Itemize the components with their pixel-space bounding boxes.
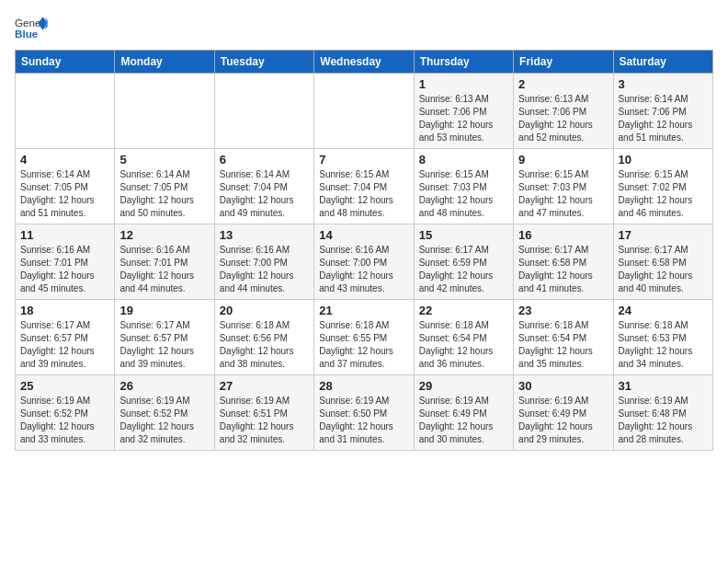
day-info: Sunrise: 6:19 AM Sunset: 6:49 PM Dayligh…: [419, 395, 508, 446]
day-info: Sunrise: 6:13 AM Sunset: 7:06 PM Dayligh…: [419, 93, 508, 144]
calendar-cell: 12Sunrise: 6:16 AM Sunset: 7:01 PM Dayli…: [115, 224, 214, 300]
calendar-cell: 23Sunrise: 6:18 AM Sunset: 6:54 PM Dayli…: [514, 300, 613, 375]
calendar-cell: 28Sunrise: 6:19 AM Sunset: 6:50 PM Dayli…: [314, 375, 414, 451]
calendar-cell: 18Sunrise: 6:17 AM Sunset: 6:57 PM Dayli…: [16, 300, 115, 375]
calendar-cell: 9Sunrise: 6:15 AM Sunset: 7:03 PM Daylig…: [514, 149, 613, 224]
day-of-week-header: Friday: [514, 51, 613, 74]
day-number: 23: [518, 304, 608, 317]
day-info: Sunrise: 6:18 AM Sunset: 6:53 PM Dayligh…: [619, 319, 708, 371]
calendar-table: SundayMondayTuesdayWednesdayThursdayFrid…: [15, 50, 713, 451]
day-info: Sunrise: 6:16 AM Sunset: 7:01 PM Dayligh…: [119, 244, 209, 295]
day-info: Sunrise: 6:17 AM Sunset: 6:57 PM Dayligh…: [20, 319, 109, 371]
day-of-week-header: Tuesday: [214, 51, 313, 74]
day-info: Sunrise: 6:17 AM Sunset: 6:58 PM Dayligh…: [619, 244, 708, 295]
logo-icon: General Blue: [15, 15, 48, 40]
calendar-cell: 10Sunrise: 6:15 AM Sunset: 7:02 PM Dayli…: [613, 149, 712, 224]
day-info: Sunrise: 6:18 AM Sunset: 6:55 PM Dayligh…: [319, 319, 408, 371]
calendar-cell: 30Sunrise: 6:19 AM Sunset: 6:49 PM Dayli…: [514, 375, 613, 451]
day-of-week-header: Sunday: [16, 51, 115, 74]
day-number: 16: [518, 228, 608, 242]
day-info: Sunrise: 6:19 AM Sunset: 6:48 PM Dayligh…: [619, 395, 708, 446]
calendar-cell: 2Sunrise: 6:13 AM Sunset: 7:06 PM Daylig…: [514, 74, 613, 149]
calendar-cell: [16, 74, 115, 149]
day-info: Sunrise: 6:15 AM Sunset: 7:04 PM Dayligh…: [319, 168, 408, 220]
day-of-week-header: Monday: [115, 51, 214, 74]
calendar-cell: [214, 74, 313, 149]
day-info: Sunrise: 6:15 AM Sunset: 7:03 PM Dayligh…: [419, 168, 508, 220]
day-info: Sunrise: 6:17 AM Sunset: 6:58 PM Dayligh…: [518, 244, 608, 295]
calendar-cell: 29Sunrise: 6:19 AM Sunset: 6:49 PM Dayli…: [414, 375, 513, 451]
day-info: Sunrise: 6:15 AM Sunset: 7:02 PM Dayligh…: [619, 168, 708, 220]
calendar-cell: 19Sunrise: 6:17 AM Sunset: 6:57 PM Dayli…: [115, 300, 214, 375]
calendar-week-row: 18Sunrise: 6:17 AM Sunset: 6:57 PM Dayli…: [16, 300, 713, 375]
day-number: 1: [419, 77, 508, 91]
logo: General Blue: [15, 15, 48, 40]
svg-text:Blue: Blue: [15, 28, 39, 40]
calendar-cell: 4Sunrise: 6:14 AM Sunset: 7:05 PM Daylig…: [16, 149, 115, 224]
day-number: 22: [419, 304, 508, 317]
calendar-cell: 22Sunrise: 6:18 AM Sunset: 6:54 PM Dayli…: [414, 300, 513, 375]
day-number: 8: [419, 153, 508, 167]
day-info: Sunrise: 6:18 AM Sunset: 6:56 PM Dayligh…: [220, 319, 309, 371]
calendar-cell: 26Sunrise: 6:19 AM Sunset: 6:52 PM Dayli…: [115, 375, 214, 451]
day-info: Sunrise: 6:13 AM Sunset: 7:06 PM Dayligh…: [518, 93, 608, 144]
calendar-cell: 8Sunrise: 6:15 AM Sunset: 7:03 PM Daylig…: [414, 149, 513, 224]
day-of-week-header: Saturday: [613, 51, 712, 74]
calendar-week-row: 1Sunrise: 6:13 AM Sunset: 7:06 PM Daylig…: [16, 74, 713, 149]
day-number: 21: [319, 304, 408, 317]
calendar-cell: 24Sunrise: 6:18 AM Sunset: 6:53 PM Dayli…: [613, 300, 712, 375]
day-number: 24: [619, 304, 708, 317]
day-number: 17: [619, 228, 708, 242]
calendar-cell: 31Sunrise: 6:19 AM Sunset: 6:48 PM Dayli…: [613, 375, 712, 451]
calendar-cell: 17Sunrise: 6:17 AM Sunset: 6:58 PM Dayli…: [613, 224, 712, 300]
calendar-cell: 14Sunrise: 6:16 AM Sunset: 7:00 PM Dayli…: [314, 224, 414, 300]
calendar-cell: 21Sunrise: 6:18 AM Sunset: 6:55 PM Dayli…: [314, 300, 414, 375]
calendar-cell: [314, 74, 414, 149]
day-info: Sunrise: 6:16 AM Sunset: 7:00 PM Dayligh…: [319, 244, 408, 295]
day-number: 7: [319, 153, 408, 167]
calendar-week-row: 4Sunrise: 6:14 AM Sunset: 7:05 PM Daylig…: [16, 149, 713, 224]
day-number: 30: [518, 379, 608, 393]
day-number: 3: [619, 77, 708, 91]
calendar-cell: 3Sunrise: 6:14 AM Sunset: 7:06 PM Daylig…: [613, 74, 712, 149]
day-info: Sunrise: 6:14 AM Sunset: 7:05 PM Dayligh…: [20, 168, 109, 220]
calendar-cell: 20Sunrise: 6:18 AM Sunset: 6:56 PM Dayli…: [214, 300, 313, 375]
day-number: 28: [319, 379, 408, 393]
page-header: General Blue: [15, 15, 713, 40]
day-info: Sunrise: 6:14 AM Sunset: 7:04 PM Dayligh…: [220, 168, 309, 220]
day-number: 18: [20, 304, 109, 317]
day-number: 13: [220, 228, 309, 242]
day-of-week-header: Thursday: [414, 51, 513, 74]
day-info: Sunrise: 6:14 AM Sunset: 7:06 PM Dayligh…: [619, 93, 708, 144]
day-of-week-header: Wednesday: [314, 51, 414, 74]
day-number: 15: [419, 228, 508, 242]
day-info: Sunrise: 6:15 AM Sunset: 7:03 PM Dayligh…: [518, 168, 608, 220]
day-number: 20: [220, 304, 309, 317]
day-info: Sunrise: 6:14 AM Sunset: 7:05 PM Dayligh…: [119, 168, 209, 220]
day-number: 6: [220, 153, 309, 167]
calendar-body: 1Sunrise: 6:13 AM Sunset: 7:06 PM Daylig…: [16, 74, 713, 451]
day-number: 12: [119, 228, 209, 242]
day-info: Sunrise: 6:16 AM Sunset: 7:01 PM Dayligh…: [20, 244, 109, 295]
day-number: 4: [20, 153, 109, 167]
day-number: 10: [619, 153, 708, 167]
day-number: 14: [319, 228, 408, 242]
day-info: Sunrise: 6:19 AM Sunset: 6:51 PM Dayligh…: [220, 395, 309, 446]
calendar-cell: 1Sunrise: 6:13 AM Sunset: 7:06 PM Daylig…: [414, 74, 513, 149]
day-number: 5: [119, 153, 209, 167]
calendar-cell: 5Sunrise: 6:14 AM Sunset: 7:05 PM Daylig…: [115, 149, 214, 224]
day-info: Sunrise: 6:18 AM Sunset: 6:54 PM Dayligh…: [518, 319, 608, 371]
day-number: 25: [20, 379, 109, 393]
day-number: 31: [619, 379, 708, 393]
day-info: Sunrise: 6:17 AM Sunset: 6:57 PM Dayligh…: [119, 319, 209, 371]
day-info: Sunrise: 6:16 AM Sunset: 7:00 PM Dayligh…: [220, 244, 309, 295]
day-number: 11: [20, 228, 109, 242]
day-info: Sunrise: 6:19 AM Sunset: 6:50 PM Dayligh…: [319, 395, 408, 446]
day-number: 19: [119, 304, 209, 317]
day-number: 27: [220, 379, 309, 393]
calendar-cell: 7Sunrise: 6:15 AM Sunset: 7:04 PM Daylig…: [314, 149, 414, 224]
calendar-cell: 13Sunrise: 6:16 AM Sunset: 7:00 PM Dayli…: [214, 224, 313, 300]
day-number: 26: [119, 379, 209, 393]
day-info: Sunrise: 6:19 AM Sunset: 6:52 PM Dayligh…: [119, 395, 209, 446]
calendar-cell: 16Sunrise: 6:17 AM Sunset: 6:58 PM Dayli…: [514, 224, 613, 300]
